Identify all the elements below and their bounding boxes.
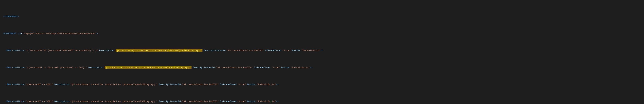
- attr-builds-1: Builds: [292, 49, 300, 52]
- eq4: =: [236, 83, 238, 86]
- eq3: =: [215, 66, 216, 69]
- val-condition-4: "(VersionNT <> 500)": [26, 100, 53, 103]
- val-desclocid-2: "AI.LaunchCondition.NoNT5X": [216, 66, 253, 69]
- attr-condition-1: Condition: [12, 49, 24, 52]
- attr-desc-2: Description: [88, 66, 104, 69]
- eq: =: [24, 100, 26, 103]
- code-line-2: <COMPONENT cid="caphyon.advinst.msicomp.…: [0, 32, 644, 35]
- val-builds-2: "DefaultBuild": [291, 66, 310, 69]
- eq3: =: [181, 100, 182, 103]
- val-ispred-2: "true": [272, 66, 280, 69]
- tag-selfclose-4: />: [276, 100, 278, 103]
- eq: =: [22, 32, 23, 35]
- attr-desc-4: Description: [54, 100, 70, 103]
- val-condition-1: "( Version9X OR (VersionNT AND (NOT Vers…: [26, 49, 98, 52]
- space4: [291, 49, 292, 52]
- tag-row-2: <ROW: [6, 66, 12, 69]
- code-line-6: <ROW Condition="(VersionNT <> 500)" Desc…: [0, 100, 644, 103]
- code-line-1: </COMPONENT>: [0, 15, 644, 18]
- val-cid-launch: "caphyon.advinst.msicomp.MsiLaunchCondit…: [23, 32, 96, 35]
- val-builds-3: "DefaultBuild": [257, 83, 276, 86]
- eq: =: [24, 83, 26, 86]
- space2: [202, 49, 204, 52]
- attr-ispred-3: IsPredefined: [220, 83, 236, 86]
- eq: =: [24, 49, 26, 52]
- val-desc-4: "[ProductName] cannot be installed on [W…: [71, 100, 158, 103]
- attr-ispred-4: IsPredefined: [220, 100, 236, 103]
- code-line-3: <ROW Condition="( Version9X OR (VersionN…: [0, 49, 644, 52]
- attr-desclocid-2: DescriptionLocId: [193, 66, 215, 69]
- val-condition-3: "(VersionNT <> 400)": [26, 83, 53, 86]
- tag-row-3: <ROW: [6, 83, 12, 86]
- val-desc-3: "[ProductName] cannot be installed on [W…: [71, 83, 158, 86]
- attr-desc-3: Description: [54, 83, 70, 86]
- val-builds-1: "DefaultBuild": [302, 49, 320, 52]
- tag-row-4: <ROW: [6, 100, 12, 103]
- eq4: =: [270, 66, 272, 69]
- attr-builds-2: Builds: [281, 66, 289, 69]
- val-builds-4: "DefaultBuild": [257, 100, 276, 103]
- space: [53, 83, 54, 86]
- tag-selfclose-3: />: [276, 83, 278, 86]
- eq3: =: [181, 83, 182, 86]
- code-line-4: <ROW Condition="((VersionNT <> 501) AND …: [0, 66, 644, 69]
- attr-condition-3: Condition: [12, 83, 24, 86]
- val-ispred-3: "true": [238, 83, 246, 86]
- eq5: =: [289, 66, 291, 69]
- attr-desclocid-4: DescriptionLocId: [159, 100, 181, 103]
- attr-desc-1: Description: [99, 49, 114, 52]
- attr-desclocid-3: DescriptionLocId: [159, 83, 181, 86]
- eq4: =: [236, 100, 238, 103]
- attr-condition-4: Condition: [12, 100, 24, 103]
- tag-component-launch: <COMPONENT: [3, 32, 18, 35]
- space: [53, 100, 54, 103]
- space: [87, 66, 88, 69]
- attr-ispred-2: IsPredefined: [254, 66, 270, 69]
- attr-builds-4: Builds: [247, 100, 256, 103]
- attr-ispred-1: IsPredefined: [265, 49, 281, 52]
- eq: =: [24, 66, 26, 69]
- val-desclocid-3: "AI.LaunchCondition.NoNT40": [182, 83, 219, 86]
- space3: [264, 49, 265, 52]
- val-desclocid-1: "AI.LaunchCondition.NoNT64": [227, 49, 264, 52]
- val-desclocid-4: "AI.LaunchCondition.NoNT50": [182, 100, 219, 103]
- val-desc-highlight-2: "[ProductName] cannot be installed on [W…: [105, 66, 192, 69]
- eq2: =: [69, 100, 71, 103]
- eq5: =: [256, 100, 257, 103]
- eq5: =: [256, 83, 257, 86]
- attr-desclocid-1: DescriptionLocId: [204, 49, 226, 52]
- val-desc-highlight-1: "[ProductName] cannot be installed on [W…: [116, 49, 202, 52]
- val-ispred-4: "true": [238, 100, 246, 103]
- attr-builds-3: Builds: [247, 83, 256, 86]
- attr-condition-2: Condition: [12, 66, 24, 69]
- val-condition-2: "((VersionNT <> 501) AND (VersionNT <> 5…: [26, 66, 87, 69]
- tag-selfclose-2: />: [310, 66, 312, 69]
- eq2: =: [114, 49, 116, 52]
- tag-selfclose-1: />: [321, 49, 324, 52]
- val-ispred-1: "true": [282, 49, 291, 52]
- eq2: =: [69, 83, 71, 86]
- code-editor: </COMPONENT> <COMPONENT cid="caphyon.adv…: [0, 0, 644, 104]
- tag-close-1: >: [96, 32, 98, 35]
- code-line-5: <ROW Condition="(VersionNT <> 400)" Desc…: [0, 83, 644, 86]
- tag-row-1: <ROW: [6, 49, 12, 52]
- eq2: =: [103, 66, 105, 69]
- space1: [98, 49, 99, 52]
- attr-cid-launch: cid: [18, 32, 22, 35]
- tag-close-component-1: </COMPONENT>: [3, 15, 19, 18]
